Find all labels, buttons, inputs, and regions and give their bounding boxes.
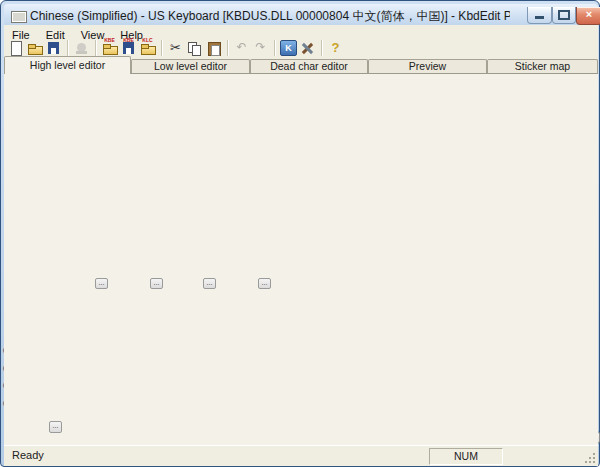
toolbar-separator: [95, 40, 96, 56]
tab-dead-char-editor[interactable]: Dead char editor: [250, 59, 368, 73]
cut-icon[interactable]: ✂: [167, 40, 184, 56]
toolbar-separator: [67, 40, 68, 56]
toolbar-separator: [227, 40, 228, 56]
num-lock-indicator: NUM: [429, 448, 503, 465]
app-icon: [11, 11, 27, 23]
open-klc-icon[interactable]: KLC: [139, 40, 156, 56]
tab-preview[interactable]: Preview: [368, 59, 487, 73]
save-kbe-label: KBE: [120, 37, 137, 43]
save-kbe-icon[interactable]: KBE: [120, 40, 137, 56]
copy-icon[interactable]: [186, 40, 203, 56]
open-kbe-label: KBE: [101, 37, 118, 43]
new-file-icon[interactable]: [7, 40, 24, 56]
keyboard-layout-icon[interactable]: K: [280, 40, 297, 56]
title-bar[interactable]: Chinese (Simplified) - US Keyboard [KBDU…: [4, 4, 598, 25]
toolbar-separator: [321, 40, 322, 56]
editor-area: [4, 73, 598, 445]
minimize-button[interactable]: [527, 7, 552, 24]
open-file-icon[interactable]: [26, 40, 43, 56]
import-icon: [73, 40, 90, 56]
ellipsis-button-ct[interactable]: ...: [203, 278, 216, 289]
paste-icon[interactable]: [205, 40, 222, 56]
open-klc-label: KLC: [139, 37, 156, 43]
resize-grip[interactable]: [583, 451, 596, 464]
char-code-ellipsis-button[interactable]: ...: [49, 421, 62, 433]
toolbar-separator: [274, 40, 275, 56]
redo-icon: ↷: [252, 40, 269, 56]
close-button[interactable]: ×: [576, 7, 600, 25]
tools-icon[interactable]: [299, 40, 316, 56]
maximize-button[interactable]: [552, 7, 576, 24]
ellipsis-button-sh[interactable]: ...: [150, 278, 163, 289]
status-message: Ready: [12, 449, 44, 461]
tab-high-level-editor[interactable]: High level editor: [4, 56, 131, 74]
open-kbe-icon[interactable]: KBE: [101, 40, 118, 56]
app-window: Chinese (Simplified) - US Keyboard [KBDU…: [0, 0, 600, 467]
toolbar-separator: [161, 40, 162, 56]
save-file-icon[interactable]: [45, 40, 62, 56]
undo-icon: ↶: [233, 40, 250, 56]
ellipsis-button-shct[interactable]: ...: [258, 278, 271, 289]
help-icon[interactable]: ?: [327, 40, 344, 56]
tab-strip: High level editorLow level editorDead ch…: [4, 56, 598, 73]
ellipsis-button-base[interactable]: ...: [95, 278, 108, 289]
window-title: Chinese (Simplified) - US Keyboard [KBDU…: [30, 8, 510, 25]
tab-low-level-editor[interactable]: Low level editor: [131, 59, 250, 73]
menu-bar: FileEditViewHelp: [4, 25, 598, 39]
status-bar: Ready NUM: [4, 444, 598, 466]
tab-sticker-map[interactable]: Sticker map: [487, 59, 598, 73]
